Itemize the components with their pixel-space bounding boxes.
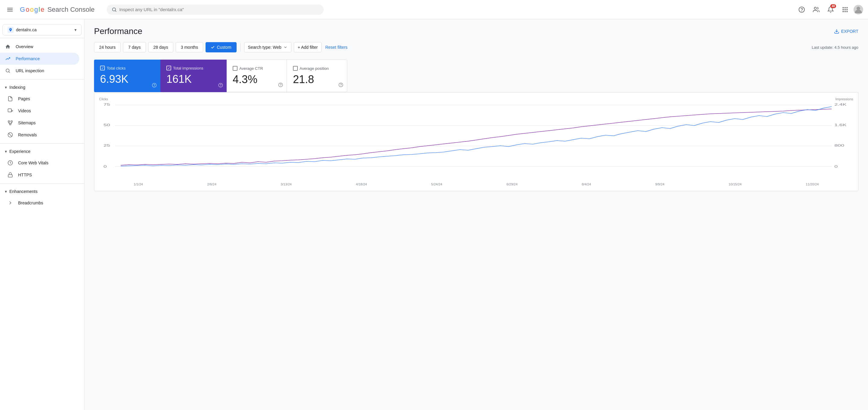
svg-point-0: [113, 8, 116, 11]
logo-o1: o: [26, 6, 29, 13]
sidebar-section-indexing[interactable]: ▾ Indexing: [0, 82, 84, 93]
sidebar-section-experience-label: Experience: [9, 149, 30, 154]
logo-g: G: [20, 6, 25, 13]
svg-rect-9: [844, 9, 846, 10]
metric-card-impressions[interactable]: Total impressions 161K: [160, 60, 227, 92]
position-help-icon[interactable]: [338, 82, 343, 88]
sidebar-section-experience[interactable]: ▾ Experience: [0, 146, 84, 157]
dropdown-icon: [283, 45, 287, 49]
sidebar-label-performance: Performance: [16, 56, 40, 61]
clicks-checkbox[interactable]: [100, 66, 105, 70]
menu-button[interactable]: [5, 4, 15, 15]
sidebar-label-videos: Videos: [18, 108, 31, 113]
svg-rect-20: [11, 121, 12, 122]
svg-point-35: [281, 86, 281, 86]
sidebar-item-overview[interactable]: Overview: [0, 41, 79, 53]
svg-rect-17: [8, 109, 11, 112]
sidebar-item-performance[interactable]: Performance: [0, 53, 79, 65]
clicks-label: Total clicks: [107, 66, 126, 70]
sidebar-label-sitemaps: Sitemaps: [18, 121, 36, 125]
svg-rect-19: [8, 121, 10, 122]
sidebar-item-removals[interactable]: Removals: [2, 129, 79, 141]
sidebar-indexing-sub: Pages Videos Sitemaps Removals: [0, 93, 84, 141]
sidebar-item-breadcrumbs[interactable]: Breadcrumbs: [2, 197, 79, 209]
sidebar-label-pages: Pages: [18, 96, 30, 101]
property-icon: [7, 27, 13, 33]
x-axis-labels: 1/1/24 2/6/24 3/13/24 4/18/24 5/24/24 6/…: [99, 182, 853, 186]
search-bar[interactable]: [107, 4, 324, 15]
ctr-help-icon[interactable]: [278, 82, 283, 88]
svg-rect-11: [843, 11, 844, 12]
svg-point-33: [221, 86, 221, 87]
metric-card-position[interactable]: Average position 21.8: [287, 60, 347, 92]
trending-up-icon: [5, 56, 11, 62]
svg-line-16: [9, 72, 10, 73]
svg-text:0: 0: [103, 165, 107, 168]
impressions-line: [121, 109, 832, 165]
svg-point-37: [341, 86, 341, 86]
last-update-text: Last update: 4.5 hours ago: [812, 45, 858, 50]
svg-point-4: [814, 7, 816, 9]
avatar[interactable]: [854, 5, 863, 14]
sidebar-label-core-web-vitals: Core Web Vitals: [18, 161, 49, 165]
notifications-button[interactable]: 48: [825, 4, 837, 16]
notification-badge: 48: [830, 4, 836, 8]
filter-24h[interactable]: 24 hours: [94, 42, 121, 53]
page-header: Performance EXPORT: [94, 27, 858, 36]
svg-text:75: 75: [103, 103, 110, 106]
sidebar-item-pages[interactable]: Pages: [2, 93, 79, 105]
sidebar-item-sitemaps[interactable]: Sitemaps: [2, 117, 79, 129]
sidebar-item-https[interactable]: HTTPS: [2, 169, 79, 181]
filter-3m[interactable]: 3 months: [176, 42, 204, 53]
filter-7d[interactable]: 7 days: [123, 42, 146, 53]
sidebar-label-url-inspection: URL inspection: [16, 68, 44, 73]
sidebar-item-core-web-vitals[interactable]: Core Web Vitals: [2, 157, 79, 169]
search-icon: [112, 7, 117, 12]
x-label-5: 6/29/24: [506, 182, 518, 186]
property-selector[interactable]: dentalrx.ca ▾: [2, 24, 82, 36]
sidebar-enhancements-sub: Breadcrumbs: [0, 197, 84, 209]
x-label-1: 2/6/24: [207, 182, 216, 186]
apps-button[interactable]: [839, 4, 851, 16]
search-type-button[interactable]: Search type: Web: [244, 42, 291, 53]
clicks-help-icon[interactable]: [152, 83, 157, 89]
chevron-down-icon-3: ▾: [5, 189, 7, 194]
sidebar-divider-1: [0, 79, 84, 79]
sidebar: dentalrx.ca ▾ Overview Performance URL i…: [0, 19, 84, 410]
position-header: Average position: [293, 66, 341, 71]
ctr-header: Average CTR: [233, 66, 281, 71]
impressions-help-icon[interactable]: [218, 83, 223, 89]
metric-card-ctr[interactable]: Average CTR 4.3%: [227, 60, 287, 92]
topbar-icons: 48: [796, 4, 863, 16]
sidebar-section-enhancements[interactable]: ▾ Enhancements: [0, 186, 84, 197]
help-button[interactable]: [796, 4, 808, 16]
export-label: EXPORT: [841, 29, 858, 34]
apps-icon: [842, 6, 848, 13]
position-checkbox[interactable]: [293, 66, 298, 71]
chevron-down-icon: ▾: [5, 85, 7, 90]
add-filter-button[interactable]: + Add filter: [294, 42, 322, 53]
x-label-7: 9/9/24: [655, 182, 664, 186]
impressions-checkbox[interactable]: [166, 66, 171, 70]
filter-custom[interactable]: Custom: [206, 42, 236, 53]
ctr-checkbox[interactable]: [233, 66, 238, 71]
sidebar-experience-sub: Core Web Vitals HTTPS: [0, 157, 84, 181]
layout: dentalrx.ca ▾ Overview Performance URL i…: [0, 19, 868, 410]
logo-l: l: [38, 6, 40, 13]
lock-icon: [7, 172, 13, 178]
filter-custom-label: Custom: [217, 45, 231, 50]
filter-28d[interactable]: 28 days: [148, 42, 173, 53]
breadcrumb-icon: [7, 200, 13, 206]
metric-card-clicks[interactable]: Total clicks 6.93K: [94, 60, 160, 92]
manage-users-button[interactable]: [810, 4, 822, 16]
sidebar-section-indexing-label: Indexing: [9, 85, 25, 90]
svg-text:25: 25: [103, 144, 110, 147]
export-button[interactable]: EXPORT: [834, 29, 858, 34]
reset-filters-button[interactable]: Reset filters: [325, 45, 347, 50]
sidebar-item-videos[interactable]: Videos: [2, 105, 79, 117]
svg-line-27: [9, 133, 12, 137]
property-name: dentalrx.ca: [16, 27, 72, 32]
avatar-icon: [854, 5, 863, 14]
sidebar-item-url-inspection[interactable]: URL inspection: [0, 65, 79, 77]
search-input[interactable]: [119, 7, 319, 12]
